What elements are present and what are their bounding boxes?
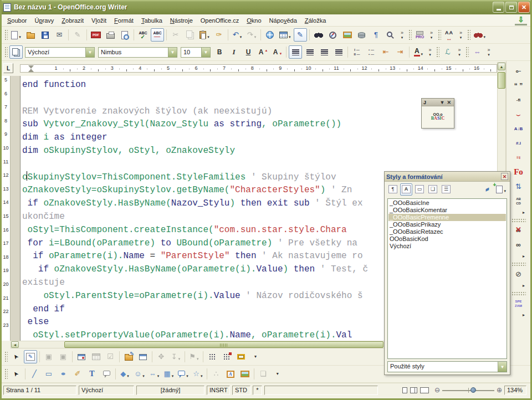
spellcheck-button[interactable]: ABC	[136, 28, 150, 42]
toolbar-grip[interactable]	[4, 351, 8, 363]
toolbar-grip[interactable]	[4, 29, 8, 41]
data-sources-button[interactable]	[355, 28, 369, 42]
navigator-button[interactable]	[326, 28, 340, 42]
horizontal-scroll-thumb[interactable]	[64, 341, 383, 348]
print-button[interactable]	[104, 28, 117, 42]
formatting-marks-button[interactable]: ¶	[370, 28, 383, 42]
panel-close-button[interactable]: ✕	[501, 173, 508, 180]
page-preview-button[interactable]	[118, 28, 131, 42]
standard-more-chevron[interactable]: »▾	[398, 28, 406, 42]
draw-more-chevron[interactable]: ▾	[271, 367, 284, 381]
form-navigator-button[interactable]	[75, 350, 88, 363]
line-button[interactable]: ╱	[28, 367, 41, 381]
menu-zobrazit[interactable]: Zobrazit	[58, 16, 88, 25]
freeform-line-button[interactable]: ✐	[71, 367, 84, 381]
basic-shapes-button[interactable]: ◆▾	[118, 367, 131, 381]
undo-button[interactable]: ↶▾	[231, 28, 244, 42]
toolbar-grip[interactable]	[437, 29, 441, 41]
scroll-up-button[interactable]: ▲	[498, 63, 505, 70]
paragraph-styles-button[interactable]: ¶	[387, 183, 399, 196]
block-arrows-button[interactable]: ⇔▾	[147, 367, 161, 381]
style-item-ooobasickomentar[interactable]: _OOoBasicKomentar	[388, 207, 506, 214]
style-item-ooobasickod[interactable]: OOoBasicKod	[388, 235, 506, 243]
style-item-ooobasicine[interactable]: _OOoBasicIne	[388, 199, 506, 207]
new-document-button[interactable]: ▾	[9, 28, 23, 42]
stars-button[interactable]: ☆▾	[191, 367, 204, 381]
style-filter-arrow[interactable]: ▼	[498, 362, 507, 372]
menu-openofficecz[interactable]: OpenOffice.cz	[197, 16, 243, 25]
endnote-button[interactable]: ≡i	[512, 151, 525, 165]
increase-indent-button[interactable]: ⇥	[393, 45, 407, 59]
pro-more-chevron[interactable]: »▾	[428, 28, 436, 42]
menu-soubor[interactable]: Soubor	[3, 16, 30, 25]
toolbar-grip[interactable]	[467, 29, 470, 41]
justify-button[interactable]	[332, 45, 345, 59]
mail-merge-toolbar-button[interactable]: ℒ	[441, 45, 454, 59]
gallery-button[interactable]	[341, 28, 354, 42]
zoom-button[interactable]	[384, 28, 397, 42]
maximize-button[interactable]	[505, 2, 517, 13]
arrows-more-chevron[interactable]: »▾	[485, 45, 493, 59]
vertical-ruler[interactable]: 567891011121314151617181920212223	[2, 76, 11, 341]
helplines-moving-button[interactable]	[234, 350, 248, 363]
frame-styles-button[interactable]: ▭	[413, 183, 426, 196]
horizontal-ruler[interactable]: 12345678910111213141516	[20, 64, 497, 73]
zoom-slider[interactable]: ⊖ ⊕	[434, 386, 502, 395]
points-button[interactable]: ∴	[209, 367, 223, 381]
letter-spacing-button[interactable]: AA	[443, 28, 456, 42]
update-document-button[interactable]: ⇅	[512, 180, 525, 193]
paste-button[interactable]: ▾	[198, 28, 211, 42]
toolbar-grip[interactable]	[408, 29, 412, 41]
custom4-more-arrow[interactable]: ▸	[519, 311, 528, 319]
minimize-button[interactable]	[493, 2, 504, 13]
style-filter-combo[interactable]: Použité styly ▼	[387, 361, 507, 372]
change-anchor-button[interactable]: ↧▾	[169, 350, 182, 363]
edit-file-button[interactable]: ✎	[71, 28, 84, 42]
modified-status[interactable]: *	[253, 386, 262, 395]
footnote-button[interactable]: #.i	[512, 137, 525, 150]
design-mode-toggle[interactable]: ✎	[24, 350, 37, 363]
snap-to-grid-button[interactable]	[220, 350, 233, 363]
selection-mode-status[interactable]: STD	[232, 386, 250, 395]
page-style-status[interactable]: Výchozí	[79, 386, 134, 395]
find-replace-button[interactable]	[312, 28, 325, 42]
redo-button[interactable]: ↷▾	[245, 28, 258, 42]
hyperlink-button[interactable]	[263, 28, 277, 42]
table-control-button[interactable]	[89, 350, 103, 363]
tab-stop-type-button[interactable]: L	[3, 63, 13, 73]
open-button[interactable]	[24, 28, 37, 42]
autotext-button[interactable]: AB CD	[512, 194, 525, 208]
book-view-button[interactable]	[420, 387, 429, 393]
autocorrect-otilde-button[interactable]: o~	[512, 65, 525, 78]
menu-nstroje[interactable]: Nástroje	[166, 16, 197, 25]
spezam-macro-button[interactable]: SPE ZAM	[512, 297, 525, 310]
basic-toolbar-dropdown-icon[interactable]: ▼	[439, 100, 446, 105]
move-object-button[interactable]: ✥	[155, 350, 168, 363]
menu-npovda[interactable]: Nápověda	[265, 16, 301, 25]
basic-toolbar-close-icon[interactable]: ✕	[446, 100, 452, 105]
custom3-more-arrow[interactable]: ▸	[519, 282, 528, 290]
section-status[interactable]	[264, 386, 378, 395]
font-size-combo-arrow[interactable]: ▼	[201, 48, 210, 57]
basic-macro-button[interactable]: OO.o BASIC	[422, 106, 454, 127]
auto-spellcheck-toggle[interactable]: ABC	[151, 28, 164, 42]
title-bar[interactable]: Bez názvu 1 - OpenOffice.org Writer ✕	[0, 0, 532, 14]
more-controls-button[interactable]: ☑	[104, 350, 117, 363]
flowchart-button[interactable]: ▦▾	[162, 367, 175, 381]
select-pointer-button[interactable]: ➤	[9, 350, 23, 363]
save-button[interactable]	[38, 28, 52, 42]
menu-vloit[interactable]: Vložit	[88, 16, 110, 25]
insert-mode-status[interactable]: INSRT	[207, 386, 230, 395]
toolbar-grip[interactable]	[4, 368, 8, 380]
close-button[interactable]: ✕	[518, 2, 530, 13]
zoom-level-status[interactable]: 134%	[504, 386, 526, 395]
cut-button[interactable]: ✂	[169, 28, 182, 42]
symbol-shapes-button[interactable]: ☺▾	[132, 367, 146, 381]
email-document-button[interactable]: ✉	[53, 28, 66, 42]
formatting-more-chevron[interactable]: »▾	[426, 45, 434, 59]
page-styles-button[interactable]: ❏	[427, 183, 439, 196]
arrows-toolbar-button[interactable]: ⇔	[470, 45, 484, 59]
panel-title-bar[interactable]: Styly a formátování ✕	[385, 172, 510, 182]
sort-ab-button[interactable]: A↓B	[512, 122, 525, 136]
list-styles-button[interactable]: ☰	[440, 183, 452, 196]
